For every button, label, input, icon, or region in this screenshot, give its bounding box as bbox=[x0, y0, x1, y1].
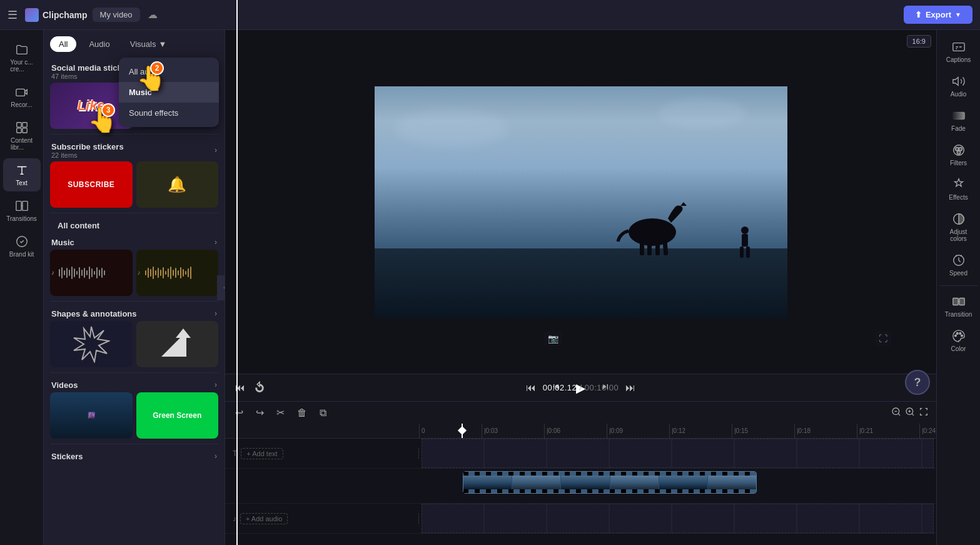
right-item-speed[interactable]: Speed bbox=[939, 248, 978, 282]
svg-rect-45 bbox=[190, 267, 191, 279]
menu-button[interactable]: ☰ bbox=[8, 8, 18, 22]
right-item-filters[interactable]: Filters bbox=[939, 138, 978, 171]
starburst-svg bbox=[73, 325, 110, 363]
section-title-subscribe: Subscribe stickers bbox=[51, 142, 124, 151]
svg-rect-53 bbox=[742, 234, 748, 247]
arrow-sticker[interactable] bbox=[136, 321, 219, 367]
export-button[interactable]: ⬆ Export ▼ bbox=[904, 6, 972, 24]
skip-back-button-2[interactable]: ⏮ bbox=[523, 380, 538, 396]
svg-rect-29 bbox=[150, 269, 151, 277]
svg-rect-19 bbox=[86, 270, 88, 275]
svg-point-72 bbox=[959, 333, 961, 335]
cloud-save-icon: ☁ bbox=[148, 9, 158, 21]
section-stickers-bottom[interactable]: Stickers › bbox=[50, 447, 218, 464]
dropdown-all-audio[interactable]: All audio bbox=[119, 61, 219, 82]
svg-rect-26 bbox=[104, 270, 105, 275]
svg-rect-15 bbox=[76, 271, 78, 275]
sidebar-label-library: Your c...cre... bbox=[10, 59, 33, 73]
ruler-12: |0:12 bbox=[669, 424, 732, 439]
fullscreen-button[interactable]: ⛶ bbox=[875, 331, 891, 346]
section-title-videos: Videos bbox=[51, 380, 78, 390]
copy-button[interactable]: ⧉ bbox=[317, 406, 329, 420]
aspect-ratio-badge[interactable]: 16:9 bbox=[907, 35, 931, 48]
starburst-sticker[interactable] bbox=[50, 321, 133, 367]
audio-right-label: Audio bbox=[951, 91, 967, 98]
transition-right-icon bbox=[952, 295, 966, 308]
svg-point-63 bbox=[959, 147, 962, 151]
music-track-1[interactable]: ♪ bbox=[50, 250, 133, 296]
skip-back-button[interactable]: ⏮ bbox=[233, 380, 248, 396]
section-videos[interactable]: Videos › bbox=[50, 375, 218, 392]
right-item-captions[interactable]: Captions bbox=[939, 35, 978, 68]
video-thumb-green[interactable]: Green Screen bbox=[136, 392, 219, 439]
app-logo: Clipchamp bbox=[25, 8, 88, 22]
divider-1 bbox=[50, 134, 218, 135]
help-button[interactable]: ? bbox=[905, 370, 930, 395]
section-shapes[interactable]: Shapes & annotations › bbox=[50, 304, 218, 321]
playback-left-controls: ⏮ bbox=[233, 379, 268, 397]
svg-rect-35 bbox=[165, 271, 166, 275]
section-arrow-subscribe: › bbox=[215, 146, 217, 155]
speed-label: Speed bbox=[949, 270, 967, 277]
time-separator: / bbox=[579, 383, 584, 392]
sidebar-item-brand[interactable]: Brand kit bbox=[3, 230, 41, 263]
svg-rect-39 bbox=[175, 268, 176, 278]
bell-sticker[interactable]: 🔔 bbox=[136, 161, 219, 208]
tab-audio[interactable]: Audio bbox=[80, 36, 118, 52]
video-track-content bbox=[419, 469, 936, 503]
svg-rect-42 bbox=[183, 269, 184, 277]
topbar: ☰ Clipchamp My video ☁ ⬆ Export ▼ bbox=[0, 0, 980, 30]
sidebar-label-record: Recor... bbox=[11, 101, 32, 108]
sidebar-item-library[interactable]: Your c...cre... bbox=[3, 38, 41, 78]
sidebar-item-content[interactable]: Contentlibr... bbox=[3, 116, 41, 156]
arrow-svg bbox=[158, 325, 196, 363]
tab-visuals[interactable]: Visuals ▼ bbox=[123, 36, 174, 52]
collapse-panel-button[interactable]: ‹ bbox=[217, 275, 225, 300]
visuals-dropdown-icon: ▼ bbox=[158, 39, 166, 49]
right-item-color[interactable]: Color bbox=[939, 324, 978, 357]
svg-point-71 bbox=[956, 333, 958, 335]
add-audio-button[interactable]: + Add audio bbox=[240, 513, 288, 524]
cut-button[interactable]: ✂ bbox=[274, 405, 287, 420]
video-title[interactable]: My video bbox=[93, 8, 140, 22]
section-arrow-music: › bbox=[215, 238, 217, 247]
svg-rect-38 bbox=[173, 270, 174, 276]
sidebar-item-transitions[interactable]: Transitions bbox=[3, 194, 41, 227]
video-thumb-city[interactable]: 🌆 bbox=[50, 392, 133, 439]
redo-button[interactable]: ↪ bbox=[253, 405, 266, 420]
undo-button[interactable]: ↩ bbox=[233, 405, 246, 420]
right-item-audio[interactable]: Audio bbox=[939, 69, 978, 103]
dropdown-music[interactable]: Music bbox=[119, 82, 219, 103]
section-music[interactable]: Music › bbox=[50, 233, 218, 250]
music-track-2[interactable]: ♪ bbox=[136, 250, 219, 296]
screenshot-button[interactable]: 📷 bbox=[544, 331, 562, 346]
fit-button[interactable] bbox=[919, 407, 929, 419]
right-item-adjust[interactable]: Adjust colors bbox=[939, 207, 978, 247]
tab-all[interactable]: All bbox=[50, 36, 76, 52]
shapes-grid bbox=[50, 321, 218, 367]
svg-rect-13 bbox=[71, 267, 73, 279]
sidebar-item-record[interactable]: Recor... bbox=[3, 80, 41, 113]
subscribe-button-sticker[interactable]: SUBSCRIBE bbox=[50, 161, 133, 208]
zoom-out-button[interactable] bbox=[891, 407, 901, 419]
svg-rect-11 bbox=[66, 268, 68, 278]
zoom-in-button[interactable] bbox=[905, 407, 915, 419]
right-item-fade[interactable]: Fade bbox=[939, 104, 978, 137]
section-title-stickers-bottom: Stickers bbox=[51, 452, 83, 461]
video-clip[interactable] bbox=[463, 471, 757, 494]
skip-forward-button[interactable]: ⏭ bbox=[623, 380, 638, 396]
dropdown-sound-effects[interactable]: Sound effects bbox=[119, 103, 219, 123]
add-text-button[interactable]: + Add text bbox=[241, 448, 283, 459]
folder-icon bbox=[15, 43, 29, 56]
back-5s-button[interactable] bbox=[251, 379, 268, 397]
svg-rect-1 bbox=[16, 123, 21, 127]
person-silhouette-svg bbox=[735, 225, 754, 260]
right-item-effects[interactable]: Effects bbox=[939, 173, 978, 206]
svg-rect-49 bbox=[647, 243, 652, 255]
sidebar-item-text[interactable]: Text bbox=[3, 158, 41, 191]
svg-rect-37 bbox=[170, 267, 171, 279]
section-subscribe-stickers[interactable]: Subscribe stickers 22 items › bbox=[50, 137, 218, 161]
delete-button[interactable]: 🗑 bbox=[295, 406, 310, 420]
text-track: T + Add text bbox=[225, 439, 936, 469]
right-item-transition[interactable]: Transition bbox=[939, 290, 978, 323]
